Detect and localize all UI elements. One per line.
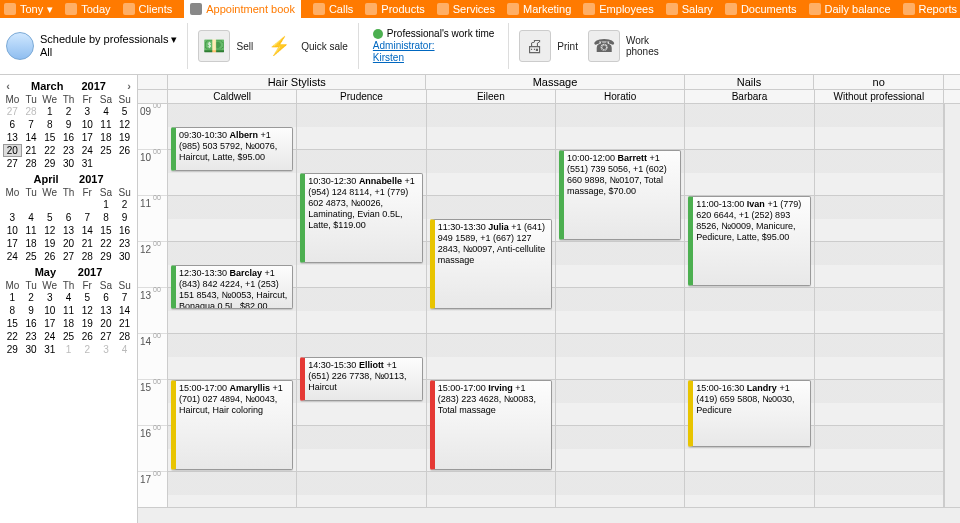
calendar-day[interactable]: 14 <box>78 224 97 237</box>
schedule-column[interactable]: 10:30-12:30 Annabelle +1 (954) 124 8114,… <box>297 104 426 507</box>
calendar-day[interactable]: 7 <box>78 211 97 224</box>
calendar-day[interactable]: 27 <box>59 250 78 263</box>
calendar-day[interactable]: 1 <box>97 198 116 211</box>
calendar-day[interactable]: 21 <box>78 237 97 250</box>
calendar-day[interactable]: 4 <box>22 211 41 224</box>
calendar-day[interactable]: 17 <box>78 131 97 144</box>
calendar-day[interactable]: 8 <box>3 304 22 317</box>
calendar-day[interactable]: 22 <box>97 237 116 250</box>
calendar-day[interactable]: 12 <box>115 118 134 131</box>
calendar-day[interactable]: 13 <box>3 131 22 144</box>
calendar-day[interactable]: 10 <box>3 224 22 237</box>
calendar-day[interactable]: 27 <box>3 157 22 170</box>
calendar-day[interactable]: 25 <box>59 330 78 343</box>
calendar-day[interactable]: 15 <box>40 131 59 144</box>
calendar-day[interactable]: 28 <box>115 330 134 343</box>
administrator-link[interactable]: Administrator: <box>373 40 435 51</box>
sell-button[interactable]: 💵 Sell <box>198 30 253 62</box>
calendar-day[interactable]: 19 <box>78 317 97 330</box>
calendar-day[interactable]: 1 <box>59 343 78 356</box>
menubar-item-today[interactable]: Today <box>65 0 110 18</box>
work-phones-button[interactable]: ☎ Work phones <box>588 30 666 62</box>
calendar-day[interactable]: 18 <box>59 317 78 330</box>
calendar-day[interactable]: 22 <box>3 330 22 343</box>
schedule-column[interactable]: 09:30-10:30 Albern +1 (985) 503 5792, №0… <box>168 104 297 507</box>
appointment-block[interactable]: 10:30-12:30 Annabelle +1 (954) 124 8114,… <box>300 173 422 263</box>
calendar-day[interactable]: 30 <box>59 157 78 170</box>
calendar-day[interactable]: 25 <box>97 144 116 157</box>
calendar-day[interactable]: 23 <box>115 237 134 250</box>
calendar-day[interactable]: 4 <box>59 291 78 304</box>
calendar-day[interactable]: 10 <box>78 118 97 131</box>
calendar-day[interactable]: 3 <box>97 343 116 356</box>
calendar-day[interactable]: 7 <box>115 291 134 304</box>
staff-header-cell[interactable]: Without professional <box>815 90 944 103</box>
calendar-day[interactable]: 20 <box>3 144 22 157</box>
calendar-day[interactable]: 2 <box>59 105 78 118</box>
calendar-day[interactable]: 11 <box>97 118 116 131</box>
calendar-day[interactable]: 2 <box>22 291 41 304</box>
calendar-day[interactable]: 6 <box>97 291 116 304</box>
appointment-block[interactable]: 11:00-13:00 Ivan +1 (779) 620 6644, +1 (… <box>688 196 810 286</box>
calendar-day[interactable]: 21 <box>115 317 134 330</box>
calendar-day[interactable]: 4 <box>97 105 116 118</box>
calendar-day[interactable]: 18 <box>22 237 41 250</box>
calendar-day[interactable]: 6 <box>59 211 78 224</box>
calendar-day[interactable]: 23 <box>22 330 41 343</box>
schedule-mode-selector[interactable]: Schedule by professionals ▾ All <box>6 32 177 60</box>
appointment-block[interactable]: 12:30-13:30 Barclay +1 (843) 842 4224, +… <box>171 265 293 309</box>
calendar-day[interactable]: 12 <box>78 304 97 317</box>
calendar-day[interactable]: 6 <box>3 118 22 131</box>
calendar-day[interactable]: 13 <box>59 224 78 237</box>
calendar-day[interactable]: 8 <box>40 118 59 131</box>
calendar-day[interactable]: 1 <box>40 105 59 118</box>
staff-header-cell[interactable]: Eileen <box>427 90 556 103</box>
schedule-column[interactable]: 11:30-13:30 Julia +1 (641) 949 1589, +1 … <box>427 104 556 507</box>
calendar-day[interactable]: 25 <box>22 250 41 263</box>
menubar-item-marketing[interactable]: Marketing <box>507 0 571 18</box>
menubar-item-calls[interactable]: Calls <box>313 0 353 18</box>
calendar-day[interactable]: 3 <box>3 211 22 224</box>
calendar-day[interactable]: 14 <box>115 304 134 317</box>
menubar-item-salary[interactable]: Salary <box>666 0 713 18</box>
calendar-day[interactable]: 13 <box>97 304 116 317</box>
vertical-scrollbar[interactable] <box>944 104 960 507</box>
appointment-block[interactable]: 14:30-15:30 Elliott +1 (651) 226 7738, №… <box>300 357 422 401</box>
prev-month-button[interactable]: ‹ <box>3 80 13 92</box>
calendar-day[interactable]: 26 <box>115 144 134 157</box>
menubar-item-documents[interactable]: Documents <box>725 0 797 18</box>
calendar-day[interactable]: 24 <box>3 250 22 263</box>
appointment-block[interactable]: 09:30-10:30 Albern +1 (985) 503 5792, №0… <box>171 127 293 171</box>
menubar-item-appointment-book[interactable]: Appointment book <box>184 0 301 18</box>
menubar-item-clients[interactable]: Clients <box>123 0 173 18</box>
calendar-day[interactable]: 16 <box>115 224 134 237</box>
calendar-day[interactable]: 29 <box>40 157 59 170</box>
calendar-day[interactable]: 17 <box>40 317 59 330</box>
calendar-day[interactable]: 11 <box>22 224 41 237</box>
calendar-day[interactable]: 3 <box>78 105 97 118</box>
appointment-block[interactable]: 15:00-17:00 Irving +1 (283) 223 4628, №0… <box>430 380 552 470</box>
menubar-user[interactable]: Tony ▾ <box>4 3 53 16</box>
calendar-day[interactable]: 24 <box>78 144 97 157</box>
calendar-day[interactable]: 27 <box>3 105 22 118</box>
calendar-day[interactable]: 10 <box>40 304 59 317</box>
calendar-day[interactable]: 26 <box>78 330 97 343</box>
calendar-day[interactable]: 30 <box>115 250 134 263</box>
menubar-item-daily-balance[interactable]: Daily balance <box>809 0 891 18</box>
menubar-item-services[interactable]: Services <box>437 0 495 18</box>
calendar-day[interactable]: 9 <box>115 211 134 224</box>
calendar-day[interactable]: 21 <box>22 144 41 157</box>
staff-header-cell[interactable]: Barbara <box>685 90 814 103</box>
calendar-day[interactable]: 17 <box>3 237 22 250</box>
calendar-day[interactable]: 27 <box>97 330 116 343</box>
appointment-block[interactable]: 15:00-16:30 Landry +1 (419) 659 5808, №0… <box>688 380 810 447</box>
print-button[interactable]: 🖨 Print <box>519 30 578 62</box>
schedule-column[interactable]: 10:00-12:00 Barrett +1 (551) 739 5056, +… <box>556 104 685 507</box>
calendar-day[interactable]: 2 <box>115 198 134 211</box>
calendar-day[interactable]: 14 <box>22 131 41 144</box>
calendar-day[interactable]: 29 <box>97 250 116 263</box>
calendar-day[interactable]: 29 <box>3 343 22 356</box>
menubar-item-reports[interactable]: Reports <box>903 0 958 18</box>
calendar-day[interactable]: 3 <box>40 291 59 304</box>
calendar-day[interactable]: 19 <box>115 131 134 144</box>
